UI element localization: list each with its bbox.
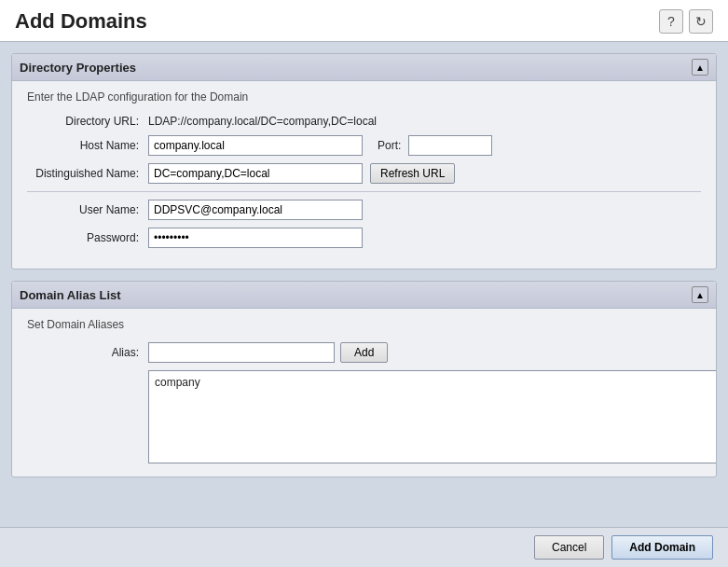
alias-input[interactable]: [148, 342, 335, 363]
cancel-button[interactable]: Cancel: [534, 535, 604, 560]
main-container: Add Domains ? ↻ Directory Properties ▲ E…: [0, 0, 728, 567]
domain-alias-title: Domain Alias List: [20, 288, 121, 302]
hostname-row: Host Name: Port:: [27, 135, 701, 156]
directory-properties-subtitle: Enter the LDAP configuration for the Dom…: [27, 90, 701, 104]
directory-properties-panel: Directory Properties ▲ Enter the LDAP co…: [11, 53, 717, 270]
domain-alias-collapse-btn[interactable]: ▲: [692, 286, 708, 303]
directory-properties-body: Enter the LDAP configuration for the Dom…: [12, 81, 716, 269]
header: Add Domains ? ↻: [0, 0, 728, 42]
username-input[interactable]: [148, 200, 363, 220]
alias-input-row: Alias: Add: [27, 342, 701, 363]
refresh-url-button[interactable]: Refresh URL: [370, 163, 455, 184]
help-icon-button[interactable]: ?: [659, 9, 683, 34]
add-domain-button[interactable]: Add Domain: [611, 535, 713, 560]
refresh-icon: ↻: [695, 14, 707, 29]
domain-alias-panel: Domain Alias List ▲ Set Domain Aliases A…: [11, 281, 717, 477]
alias-list-item: company: [153, 375, 712, 390]
hostname-input[interactable]: [148, 135, 363, 156]
header-icons: ? ↻: [659, 9, 713, 34]
directory-properties-title: Directory Properties: [20, 61, 136, 75]
password-input[interactable]: [148, 228, 363, 248]
directory-url-row: Directory URL: LDAP://company.local/DC=c…: [27, 115, 701, 128]
directory-url-value: LDAP://company.local/DC=company,DC=local: [148, 115, 377, 128]
dn-label: Distinguished Name:: [27, 167, 148, 180]
port-label: Port:: [378, 139, 401, 152]
separator-1: [27, 191, 701, 192]
hostname-port-group: Port:: [148, 135, 492, 156]
username-row: User Name:: [27, 200, 701, 220]
domain-alias-subtitle: Set Domain Aliases: [27, 318, 701, 331]
dn-refresh-group: Refresh URL: [148, 163, 455, 184]
password-label: Password:: [27, 231, 148, 244]
alias-list-container: company: [148, 370, 701, 463]
directory-url-label: Directory URL:: [27, 115, 148, 128]
directory-properties-collapse-btn[interactable]: ▲: [692, 59, 708, 76]
domain-alias-panel-header: Domain Alias List ▲: [12, 282, 716, 309]
page-title: Add Domains: [15, 9, 147, 34]
hostname-label: Host Name:: [27, 139, 148, 152]
refresh-icon-button[interactable]: ↻: [689, 9, 713, 34]
add-alias-button[interactable]: Add: [340, 342, 388, 363]
domain-alias-body: Set Domain Aliases Alias: Add company: [12, 309, 716, 477]
port-input[interactable]: [408, 135, 492, 156]
username-label: User Name:: [27, 203, 148, 216]
help-icon: ?: [667, 14, 675, 29]
directory-properties-panel-header: Directory Properties ▲: [12, 54, 716, 81]
password-row: Password:: [27, 228, 701, 248]
footer: Cancel Add Domain: [0, 527, 728, 567]
alias-list: company: [148, 370, 717, 463]
content-area: Directory Properties ▲ Enter the LDAP co…: [0, 42, 728, 527]
alias-label: Alias:: [27, 346, 148, 359]
dn-row: Distinguished Name: Refresh URL: [27, 163, 701, 184]
distinguished-name-input[interactable]: [148, 163, 363, 184]
